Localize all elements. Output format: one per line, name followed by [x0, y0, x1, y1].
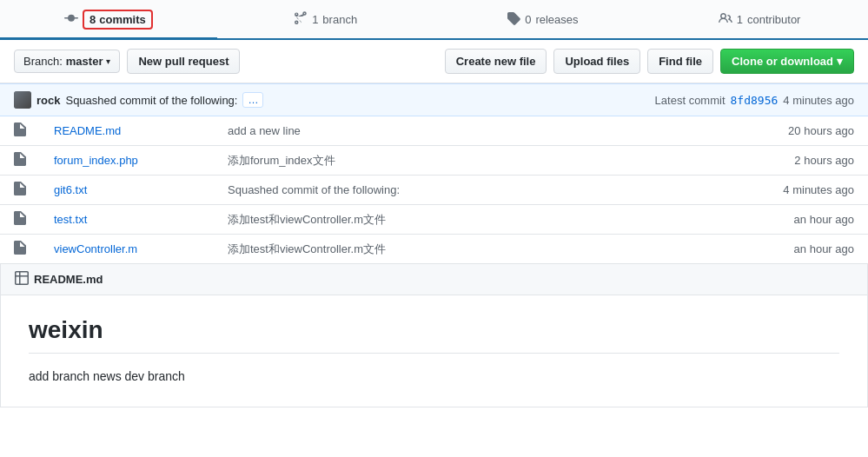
- clone-download-chevron-icon: ▾: [837, 55, 843, 68]
- file-name-link[interactable]: test.txt: [54, 213, 87, 226]
- file-commit-message: add a new line: [214, 116, 764, 146]
- stats-contributors[interactable]: 1 contributor: [651, 0, 868, 38]
- commit-bar-left: rock Squashed commit of the following: …: [14, 91, 655, 109]
- file-commit-message: 添加forum_index文件: [214, 146, 764, 176]
- file-type-icon: [0, 116, 40, 146]
- table-row: test.txt 添加test和viewController.m文件 an ho…: [0, 205, 868, 235]
- table-row: git6.txt Squashed commit of the followin…: [0, 176, 868, 205]
- commit-hash[interactable]: 8fd8956: [731, 94, 779, 107]
- file-time: 20 hours ago: [764, 116, 868, 146]
- branch-selector[interactable]: Branch: master ▾: [14, 50, 120, 73]
- file-name-link[interactable]: README.md: [54, 124, 121, 137]
- branch-name: master: [66, 55, 103, 68]
- commit-bar: rock Squashed commit of the following: ……: [0, 83, 868, 116]
- commits-count: 8: [89, 13, 96, 26]
- stats-bar: 8 commits 1 branch 0 releases 1 contribu…: [0, 0, 868, 40]
- file-type-icon: [0, 205, 40, 235]
- tag-icon: [507, 11, 520, 28]
- action-toolbar: Branch: master ▾ New pull request Create…: [0, 40, 868, 83]
- branches-count: 1: [312, 13, 318, 26]
- toolbar-left: Branch: master ▾ New pull request: [14, 49, 240, 74]
- contributors-count: 1: [737, 13, 743, 26]
- table-row: viewController.m 添加test和viewController.m…: [0, 235, 868, 264]
- stats-commits[interactable]: 8 commits: [0, 1, 217, 39]
- find-file-button[interactable]: Find file: [647, 49, 713, 74]
- avatar: [14, 91, 31, 109]
- readme-section: README.md weixin add branch news dev bra…: [0, 264, 868, 407]
- file-name-cell: test.txt: [40, 205, 214, 235]
- readme-body: weixin add branch news dev branch: [1, 295, 867, 407]
- file-commit-message: 添加test和viewController.m文件: [214, 205, 764, 235]
- branch-chevron-icon: ▾: [106, 56, 110, 66]
- commit-bar-right: Latest commit 8fd8956 4 minutes ago: [655, 94, 854, 107]
- file-type-icon: [0, 176, 40, 205]
- file-commit-message: 添加test和viewController.m文件: [214, 235, 764, 264]
- upload-files-button[interactable]: Upload files: [553, 49, 640, 74]
- file-time: an hour ago: [764, 205, 868, 235]
- file-type-icon: [0, 235, 40, 264]
- contributors-label: contributor: [747, 13, 800, 26]
- file-name-link[interactable]: viewController.m: [54, 242, 137, 255]
- toolbar-right: Create new file Upload files Find file C…: [445, 49, 854, 74]
- clone-download-button[interactable]: Clone or download ▾: [720, 49, 854, 74]
- create-file-button[interactable]: Create new file: [445, 49, 547, 74]
- readme-grid-icon: [15, 271, 29, 288]
- people-icon: [719, 11, 732, 28]
- file-name-cell: viewController.m: [40, 235, 214, 264]
- table-row: forum_index.php 添加forum_index文件 2 hours …: [0, 146, 868, 176]
- table-row: README.md add a new line 20 hours ago: [0, 116, 868, 146]
- releases-count: 0: [525, 13, 531, 26]
- file-name-cell: README.md: [40, 116, 214, 146]
- commit-dots-button[interactable]: …: [242, 92, 263, 108]
- commits-label: commits: [99, 13, 145, 26]
- file-type-icon: [0, 146, 40, 176]
- branches-label: branch: [322, 13, 357, 26]
- file-time: 4 minutes ago: [764, 176, 868, 205]
- file-name-link[interactable]: forum_index.php: [54, 154, 138, 167]
- readme-header-label: README.md: [34, 273, 103, 286]
- file-name-cell: forum_index.php: [40, 146, 214, 176]
- file-table: README.md add a new line 20 hours ago fo…: [0, 116, 868, 264]
- branch-prefix: Branch:: [23, 55, 63, 68]
- readme-header: README.md: [1, 264, 867, 295]
- stats-releases[interactable]: 0 releases: [434, 0, 652, 38]
- commit-time: 4 minutes ago: [783, 94, 854, 107]
- file-commit-message: Squashed commit of the following:: [214, 176, 764, 205]
- readme-description: add branch news dev branch: [29, 368, 839, 386]
- stats-branches[interactable]: 1 branch: [217, 0, 434, 38]
- latest-commit-label: Latest commit: [655, 94, 726, 107]
- file-time: an hour ago: [764, 235, 868, 264]
- file-name-cell: git6.txt: [40, 176, 214, 205]
- file-name-link[interactable]: git6.txt: [54, 183, 87, 196]
- branch-icon: [294, 11, 308, 28]
- commit-user[interactable]: rock: [36, 94, 60, 107]
- commits-icon: [64, 11, 78, 28]
- commit-message: Squashed commit of the following:: [65, 94, 237, 107]
- clone-download-label: Clone or download: [732, 55, 833, 68]
- new-pr-button[interactable]: New pull request: [127, 49, 240, 74]
- readme-title: weixin: [29, 316, 839, 354]
- file-time: 2 hours ago: [764, 146, 868, 176]
- releases-label: releases: [535, 13, 578, 26]
